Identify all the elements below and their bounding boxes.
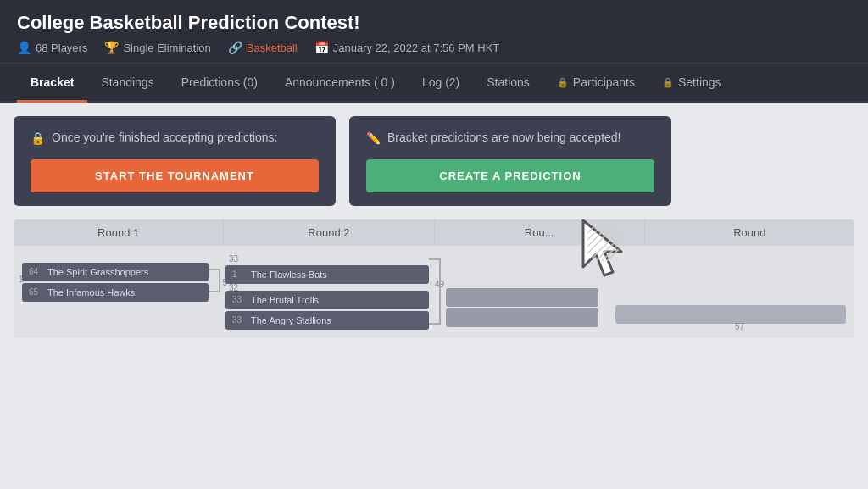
team-spirit-grasshoppers: The Spirit Grasshoppers — [47, 267, 202, 277]
date-label: January 22, 2022 at 7:56 PM HKT — [333, 42, 500, 54]
format-label: Single Elimination — [123, 42, 210, 54]
round3-match — [446, 288, 598, 327]
tab-bracket-label: Bracket — [31, 75, 74, 89]
team-angry-stallions: The Angry Stallions — [251, 315, 422, 325]
start-tournament-card: 🔒 Once you're finished accepting predict… — [14, 116, 336, 206]
cards-row: 🔒 Once you're finished accepting predict… — [14, 116, 854, 206]
tab-bracket[interactable]: Bracket — [17, 64, 87, 101]
round1-match1: 1 64 The Spirit Grasshoppers 65 The Infa… — [22, 263, 209, 302]
r2-spacer: 32 — [225, 286, 429, 291]
round4-match — [615, 305, 846, 324]
players-meta: 👤 68 Players — [17, 41, 87, 54]
sport-meta: 🔗 Basketball — [228, 41, 298, 54]
r3-team-empty-2 — [453, 313, 592, 323]
r2-spacer-score: 32 — [229, 283, 238, 292]
tab-standings-label: Standings — [101, 75, 153, 89]
create-prediction-card: ✏️ Bracket predictions are now being acc… — [349, 116, 671, 206]
round3-header: Rou... — [435, 219, 645, 246]
r2-seed-1: 1 — [232, 270, 251, 279]
r1-connector — [209, 269, 220, 292]
tab-predictions[interactable]: Predictions (0) — [168, 64, 271, 101]
tab-announcements[interactable]: Announcements ( 0 ) — [271, 64, 409, 101]
r4-team-empty-1 — [622, 309, 839, 320]
participants-lock-icon: 🔒 — [557, 77, 569, 88]
lock-card-icon: 🔒 — [31, 131, 45, 147]
start-card-text: 🔒 Once you're finished accepting predict… — [31, 130, 319, 147]
sport-icon: 🔗 — [228, 41, 242, 54]
round3-column: 57 — [437, 254, 607, 330]
create-card-description: Bracket predictions are now being accept… — [387, 130, 621, 147]
tab-settings[interactable]: 🔒 Settings — [648, 64, 735, 101]
tab-announcements-label: Announcements ( 0 ) — [285, 75, 395, 89]
round2-column: 33 1 The Flawless Bats 32 33 The Brutal … — [217, 254, 437, 330]
team-slot-r3-2 — [446, 308, 598, 327]
calendar-icon: 📅 — [314, 41, 329, 54]
format-meta: 🏆 Single Elimination — [104, 41, 210, 54]
team-slot-r4-1 — [615, 305, 846, 324]
tab-stations-label: Stations — [487, 75, 530, 89]
r2-seed-label: 33 — [225, 254, 429, 264]
rounds-header: Round 1 Round 2 Rou... Round — [14, 219, 854, 246]
round2-header: Round 2 — [224, 219, 434, 246]
tab-settings-label: Settings — [678, 75, 721, 89]
trophy-icon: 🏆 — [104, 41, 119, 54]
players-count: 68 Players — [36, 42, 87, 54]
round2-match1: 33 1 The Flawless Bats 32 33 The Brutal … — [225, 254, 429, 330]
tab-participants[interactable]: 🔒 Participants — [543, 64, 648, 101]
seed-64: 64 — [29, 267, 47, 276]
r3-team-empty-1 — [453, 292, 592, 303]
round4-header: Round — [645, 219, 854, 246]
seed-65: 65 — [29, 287, 47, 297]
players-icon: 👤 — [17, 41, 31, 54]
tabs-bar: Bracket Standings Predictions (0) Announ… — [0, 64, 868, 103]
round1-column: 1 64 The Spirit Grasshoppers 65 The Infa… — [14, 254, 217, 330]
header: College Basketball Prediction Contest! 👤… — [0, 0, 868, 64]
team-slot-r2-3: 33 The Angry Stallions — [225, 311, 429, 330]
team-slot-r2-2: 33 The Brutal Trolls — [225, 291, 429, 309]
tab-predictions-label: Predictions (0) — [181, 75, 258, 89]
edit-card-icon: ✏️ — [366, 131, 381, 147]
main-content: 🔒 Once you're finished accepting predict… — [0, 103, 868, 489]
page-title: College Basketball Prediction Contest! — [17, 12, 851, 34]
team-brutal-trolls: The Brutal Trolls — [251, 295, 422, 305]
r2-seed-angry: 33 — [232, 315, 251, 325]
tab-standings[interactable]: Standings — [87, 64, 167, 101]
bracket-wrapper: Round 1 Round 2 Rou... Round 1 64 The Sp… — [14, 219, 854, 338]
tab-stations[interactable]: Stations — [473, 64, 543, 101]
team-flawless-bats: The Flawless Bats — [251, 270, 422, 280]
tab-log[interactable]: Log (2) — [409, 64, 473, 101]
round1-header: Round 1 — [14, 219, 224, 246]
team-slot-r2-1: 1 The Flawless Bats — [225, 265, 429, 284]
tab-participants-label: Participants — [573, 75, 635, 89]
start-tournament-button[interactable]: START THE TOURNAMENT — [31, 159, 319, 192]
create-card-text: ✏️ Bracket predictions are now being acc… — [366, 130, 654, 147]
round4-column — [607, 254, 854, 330]
create-prediction-button[interactable]: CREATE A PREDICTION — [366, 159, 654, 192]
team-slot-1: 64 The Spirit Grasshoppers — [22, 263, 209, 281]
sport-label: Basketball — [247, 42, 298, 54]
header-meta: 👤 68 Players 🏆 Single Elimination 🔗 Bask… — [17, 41, 851, 54]
settings-lock-icon: 🔒 — [662, 77, 674, 88]
r2-connector — [429, 258, 441, 325]
r2-seed-brutal: 33 — [232, 295, 251, 304]
tab-log-label: Log (2) — [422, 75, 459, 89]
match1-number: 1 — [19, 275, 24, 284]
date-meta: 📅 January 22, 2022 at 7:56 PM HKT — [314, 41, 500, 54]
start-card-description: Once you're finished accepting predictio… — [52, 130, 278, 147]
team-infamous-hawks: The Infamous Hawks — [47, 287, 202, 297]
team-slot-2: 65 The Infamous Hawks — [22, 283, 209, 302]
team-slot-r3-1 — [446, 288, 598, 307]
